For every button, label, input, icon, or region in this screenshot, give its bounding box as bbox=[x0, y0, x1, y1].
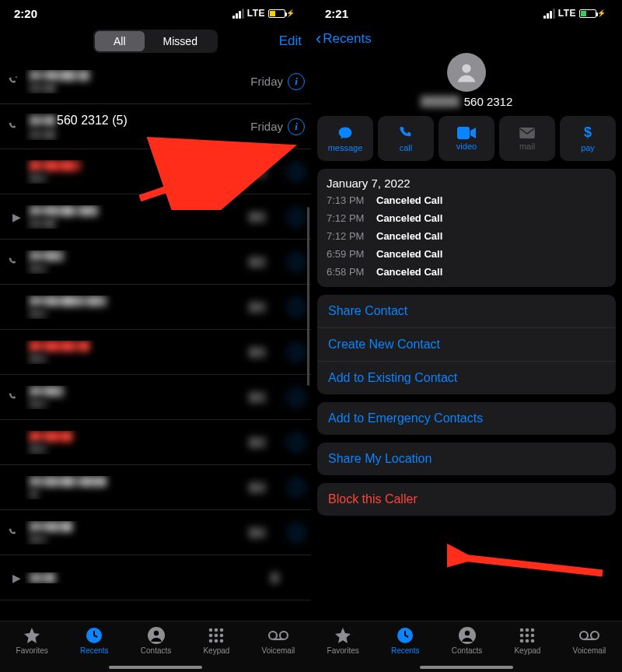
tab-favorites[interactable]: Favorites bbox=[327, 626, 359, 672]
recents-row[interactable]: i bbox=[0, 420, 311, 465]
annotation-arrow-icon bbox=[447, 541, 610, 587]
svg-point-10 bbox=[220, 634, 224, 638]
tab-label: Voicemail bbox=[573, 646, 606, 655]
tab-voicemail[interactable]: Voicemail bbox=[262, 626, 295, 672]
share-contact-button[interactable]: Share Contact bbox=[317, 295, 616, 327]
info-button-target[interactable]: i bbox=[288, 118, 305, 135]
block-card: Block this Caller bbox=[317, 483, 616, 516]
recents-row[interactable]: i bbox=[0, 510, 311, 555]
tab-label: Favorites bbox=[16, 646, 48, 655]
network-label: LTE bbox=[247, 8, 265, 19]
add-emergency-button[interactable]: Add to Emergency Contacts bbox=[317, 402, 616, 435]
status-bar: 2:21 LTE ⚡ bbox=[311, 0, 622, 26]
recents-row-target[interactable]: 560 2312 (5) Friday i bbox=[0, 104, 311, 149]
info-button[interactable]: i bbox=[288, 163, 305, 180]
recents-row[interactable]: ▶ i bbox=[0, 194, 311, 240]
avatar-icon bbox=[447, 53, 486, 92]
pay-button[interactable]: $pay bbox=[560, 116, 616, 161]
action-label: mail bbox=[519, 142, 535, 151]
contact-number: 560 2312 bbox=[311, 95, 622, 108]
recents-screen: 2:20 LTE ⚡ All Missed Edit bbox=[0, 0, 311, 672]
recents-row[interactable]: i bbox=[0, 330, 311, 375]
call-history-row: 6:59 PMCanceled Call bbox=[317, 245, 616, 263]
signal-icon bbox=[232, 9, 244, 19]
outgoing-call-icon bbox=[8, 392, 25, 403]
message-button[interactable]: message bbox=[317, 116, 373, 161]
call-button[interactable]: call bbox=[378, 116, 434, 161]
recents-row[interactable]: i bbox=[0, 240, 311, 285]
svg-point-12 bbox=[215, 639, 218, 643]
history-date: January 7, 2022 bbox=[317, 169, 616, 191]
tab-label: Voicemail bbox=[262, 646, 295, 655]
recents-list[interactable]: Friday i 560 2312 (5) Friday i bbox=[0, 59, 311, 625]
info-button[interactable]: i bbox=[288, 479, 305, 496]
signal-icon bbox=[543, 9, 555, 19]
svg-point-26 bbox=[526, 628, 529, 632]
location-card: Share My Location bbox=[317, 443, 616, 475]
outgoing-call-icon bbox=[8, 121, 25, 132]
status-bar: 2:20 LTE ⚡ bbox=[0, 0, 311, 26]
edit-button[interactable]: Edit bbox=[257, 33, 302, 49]
segment-all[interactable]: All bbox=[95, 31, 145, 51]
svg-point-27 bbox=[531, 628, 535, 632]
recents-row[interactable]: Friday i bbox=[0, 59, 311, 104]
recents-row[interactable]: i bbox=[0, 285, 311, 330]
action-label: pay bbox=[581, 143, 595, 152]
tab-voicemail[interactable]: Voicemail bbox=[573, 626, 606, 672]
home-indicator[interactable] bbox=[109, 666, 202, 669]
add-existing-contact-button[interactable]: Add to Existing Contact bbox=[317, 361, 616, 394]
video-icon bbox=[457, 127, 476, 139]
tab-label: Keypad bbox=[514, 646, 540, 655]
call-history-card: January 7, 2022 7:13 PMCanceled Call 7:1… bbox=[317, 169, 616, 287]
svg-point-17 bbox=[462, 64, 470, 72]
info-button[interactable]: i bbox=[288, 524, 305, 541]
clock-icon bbox=[396, 626, 414, 645]
info-button[interactable]: i bbox=[288, 389, 305, 406]
back-button[interactable]: ‹ Recents bbox=[316, 31, 372, 47]
facetime-icon: ▶ bbox=[8, 211, 25, 223]
person-icon bbox=[458, 626, 477, 645]
chevron-left-icon: ‹ bbox=[316, 32, 321, 46]
tab-label: Favorites bbox=[327, 646, 359, 655]
scroll-indicator[interactable] bbox=[307, 207, 309, 386]
action-label: video bbox=[456, 142, 477, 151]
segment-missed[interactable]: Missed bbox=[145, 31, 216, 51]
info-button[interactable]: i bbox=[288, 254, 305, 271]
tab-recents[interactable]: Recents bbox=[391, 626, 420, 672]
home-indicator[interactable] bbox=[420, 666, 513, 669]
contact-number: 560 2312 (5) bbox=[30, 114, 249, 128]
svg-point-6 bbox=[215, 628, 218, 632]
recents-row[interactable]: i bbox=[0, 149, 311, 194]
info-button[interactable]: i bbox=[288, 73, 305, 90]
block-caller-button[interactable]: Block this Caller bbox=[317, 483, 616, 516]
recents-row[interactable]: i bbox=[0, 375, 311, 420]
tab-bar: Favorites Recents Contacts Keypad Voicem… bbox=[311, 621, 622, 672]
info-button[interactable]: i bbox=[288, 208, 305, 226]
clock-icon bbox=[85, 626, 103, 645]
share-location-button[interactable]: Share My Location bbox=[317, 443, 616, 475]
network-label: LTE bbox=[558, 8, 576, 19]
dollar-icon: $ bbox=[584, 124, 592, 141]
message-icon bbox=[337, 125, 354, 141]
recents-row[interactable]: i bbox=[0, 465, 311, 510]
tab-label: Keypad bbox=[203, 646, 229, 655]
create-contact-button[interactable]: Create New Contact bbox=[317, 327, 616, 361]
info-button[interactable]: i bbox=[288, 434, 305, 451]
recents-row[interactable]: ▶ bbox=[0, 555, 311, 600]
svg-point-25 bbox=[520, 628, 524, 632]
info-button[interactable]: i bbox=[288, 344, 305, 361]
emergency-card: Add to Emergency Contacts bbox=[317, 402, 616, 435]
tab-favorites[interactable]: Favorites bbox=[16, 626, 48, 672]
tab-keypad[interactable]: Keypad bbox=[203, 626, 229, 672]
tab-recents[interactable]: Recents bbox=[80, 626, 109, 672]
voicemail-icon bbox=[578, 626, 601, 645]
info-button[interactable]: i bbox=[288, 299, 305, 316]
segmented-control[interactable]: All Missed bbox=[93, 30, 218, 53]
facetime-icon: ▶ bbox=[8, 572, 25, 584]
video-button[interactable]: video bbox=[439, 116, 494, 161]
contact-header: 560 2312 bbox=[311, 53, 622, 116]
tab-keypad[interactable]: Keypad bbox=[514, 626, 540, 672]
call-history-row: 7:12 PMCanceled Call bbox=[317, 209, 616, 227]
call-subtype-redacted bbox=[30, 82, 249, 93]
contact-name-redacted bbox=[30, 70, 249, 81]
